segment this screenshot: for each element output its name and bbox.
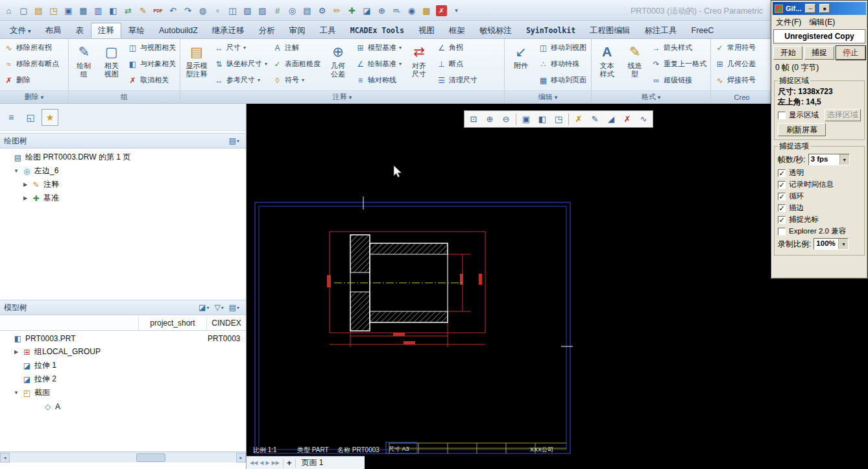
break-button[interactable]: ⊥断点 [434, 56, 480, 72]
relate-to-view-button[interactable]: ◫与视图相关 [125, 40, 178, 56]
tab-file[interactable]: 文件 [3, 23, 38, 38]
draft-group-button[interactable]: ✎绘制组 [70, 40, 98, 90]
select-region-button[interactable]: 选择区域 [825, 109, 861, 121]
expander-icon[interactable]: ▶ [22, 195, 29, 201]
scroll-left-icon[interactable]: ◂ [0, 453, 10, 463]
tab-analysis[interactable]: 分析 [252, 23, 282, 38]
reference-dimension-button[interactable]: ↔参考尺寸 [211, 72, 270, 88]
scrollbar-track[interactable] [10, 453, 236, 463]
capture-icon[interactable]: ◍ [195, 3, 210, 18]
delete-button[interactable]: ✗删除 [1, 72, 62, 88]
geometric-tolerance-2-button[interactable]: ⊞几何公差 [712, 56, 758, 72]
tab-annotate[interactable]: 注释 [91, 23, 121, 38]
tab-freec[interactable]: FreeC [684, 23, 721, 38]
box-icon[interactable]: ▩ [419, 3, 434, 18]
group-label-annotations[interactable]: 注释 [180, 90, 504, 103]
globe-icon[interactable]: ⊕ [374, 3, 389, 18]
related-view-button[interactable]: ▢相关视图 [98, 40, 126, 90]
tab-annotation-tools[interactable]: 标注工具 [638, 23, 684, 38]
menu-file[interactable]: 文件(F) [776, 17, 801, 28]
sketch-line-icon[interactable]: ✎ [587, 112, 603, 126]
tab-review[interactable]: 审阅 [282, 23, 313, 38]
model-datum-button[interactable]: ⊞模型基准 [353, 40, 404, 56]
show-region-checkbox[interactable] [778, 112, 786, 119]
tab-framework[interactable]: 框架 [442, 23, 472, 38]
maximize-button[interactable]: ■ [819, 4, 830, 13]
tree-item-datums[interactable]: ▶✚基准 [0, 191, 246, 205]
repeat-last-format-button[interactable]: ↷重复上一格式 [649, 56, 709, 72]
group-label-delete[interactable]: 删除 [0, 90, 68, 103]
plot-icon[interactable]: ▨ [255, 3, 270, 18]
attachment-button[interactable]: ↙附件 [506, 40, 536, 90]
stop-button[interactable]: 停止 [836, 46, 865, 60]
group-label-group[interactable]: 组 [69, 90, 180, 103]
group-label-edit[interactable]: 编辑 [505, 90, 591, 103]
time-info-checkbox[interactable]: ✓ [778, 181, 786, 189]
undo-icon[interactable]: ↶ [165, 3, 180, 18]
tree-item-extrude-2[interactable]: ◪拉伸 2 [0, 372, 246, 386]
tab-layout[interactable]: 布局 [38, 23, 69, 38]
view-window-icon[interactable]: ◳ [551, 112, 566, 126]
show-model-annotations-button[interactable]: ▤显示模型注释 [182, 40, 211, 90]
align-dimension-button[interactable]: ⇄对齐尺寸 [404, 40, 434, 90]
tree-item-annotations[interactable]: ▶✎注释 [0, 178, 246, 191]
expander-icon[interactable]: ▶ [22, 182, 29, 187]
surface-finish-button[interactable]: ✓表面粗糙度 [270, 56, 323, 72]
text-style-button[interactable]: A文本样式 [593, 40, 621, 90]
tab-view[interactable]: 视图 [411, 23, 442, 38]
tab-legacy-migration[interactable]: 继承迁移 [205, 23, 252, 38]
slope-icon[interactable]: ◢ [603, 112, 619, 126]
close-window-icon[interactable]: ✗ [436, 5, 447, 16]
tree-item-sheet[interactable]: ▤绘图 PRT0003.DRW 的第 1 页 [0, 150, 246, 164]
weld-symbol-button[interactable]: ∿焊接符号 [712, 72, 758, 88]
capture-button[interactable]: 捕捉 [804, 46, 834, 60]
corner-jog-button[interactable]: ∠角拐 [434, 40, 480, 56]
monitor-icon[interactable]: ◫ [225, 3, 240, 18]
cleanup-dimensions-button[interactable]: ☰清理尺寸 [434, 72, 480, 88]
tab-tools[interactable]: 工具 [313, 23, 343, 38]
menu-edit[interactable]: 编辑(E) [809, 17, 835, 28]
tab-table[interactable]: 表 [69, 23, 91, 38]
record-scale-dropdown[interactable]: 100% [814, 238, 849, 250]
group-label-creo[interactable]: Creo [711, 90, 773, 103]
expander-icon[interactable]: ▶ [13, 349, 19, 355]
tree-item-extrude-1[interactable]: ◪拉伸 1 [0, 359, 246, 372]
transparency-checkbox[interactable]: ✓ [778, 169, 786, 177]
column-project-short[interactable]: project_short [138, 317, 206, 330]
tab-drawing-edit[interactable]: 工程图编辑 [583, 23, 638, 38]
unrelate-button[interactable]: ✗取消相关 [125, 72, 178, 88]
hyperlink-button[interactable]: ∞超级链接 [649, 72, 709, 88]
filter-icon[interactable]: ▽ [211, 303, 226, 312]
loop-checkbox[interactable]: ✓ [778, 193, 786, 200]
print-setup-icon[interactable]: ▧ [240, 3, 255, 18]
tab-sketch[interactable]: 草绘 [121, 23, 152, 38]
note-button[interactable]: A注解 [270, 40, 323, 56]
capture-cursor-checkbox[interactable]: ✓ [778, 216, 786, 224]
symbol-button[interactable]: ◊符号 [270, 72, 323, 88]
tab-mcadex-tools[interactable]: MCADEx Tools [343, 23, 411, 38]
scroll-right-icon[interactable]: ▸ [236, 453, 246, 463]
sheet-setup-icon[interactable]: ◧ [535, 112, 550, 126]
preview-icon[interactable]: ▥ [91, 3, 106, 18]
common-symbols-button[interactable]: ✓常用符号 [712, 40, 758, 56]
tree-item-section[interactable]: ▼◰截面 [0, 386, 246, 400]
minimize-button[interactable]: ─ [805, 4, 815, 13]
open-icon[interactable]: ◳ [46, 3, 61, 18]
new-drawing-icon[interactable]: ▤ [31, 3, 46, 18]
settings-icon[interactable]: ⚙ [315, 3, 330, 18]
erase-mark-icon[interactable]: ✗ [620, 112, 635, 126]
explorer-compat-checkbox[interactable] [778, 228, 786, 235]
arrow-style-button[interactable]: →箭头样式 [649, 40, 709, 56]
scrollbar-thumb[interactable] [136, 453, 165, 462]
refresh-screen-button[interactable]: 刷新屏幕 [778, 123, 826, 136]
save-icon[interactable]: ▣ [61, 3, 76, 18]
remove-all-breaks-button[interactable]: ≈移除所有断点 [1, 56, 62, 72]
view-mode-icon[interactable]: ≡ [3, 109, 19, 126]
horizontal-scrollbar[interactable]: ◂ ▸ [0, 451, 246, 463]
zoom-window-icon[interactable]: ⊡ [466, 112, 481, 126]
tree-item-section-a[interactable]: ◇A [0, 400, 246, 413]
target-icon[interactable]: ◉ [404, 3, 419, 18]
spline-icon[interactable]: ∿ [636, 112, 651, 126]
print-icon[interactable]: ▦ [76, 3, 91, 18]
favorites-icon[interactable]: ★ [42, 109, 58, 126]
